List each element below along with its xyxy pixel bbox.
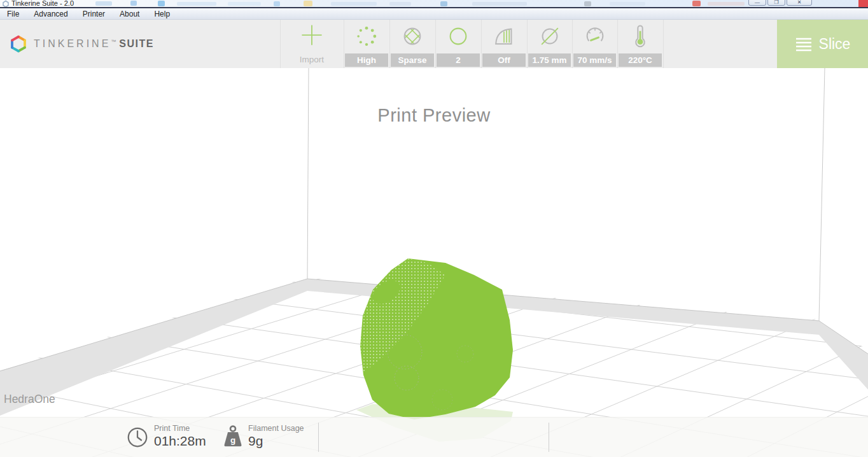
background-browser-artifact: [158, 1, 165, 6]
print-time-block: Print Time 01h:28m: [154, 424, 206, 449]
toolbar-separator: [663, 20, 664, 68]
print-time-value: 01h:28m: [154, 433, 206, 449]
menu-help[interactable]: Help: [152, 10, 172, 18]
filament-weight-icon: g: [221, 425, 245, 450]
statusbar-divider: [318, 423, 319, 452]
print-preview-viewport[interactable]: Print Preview HedraOne Print Time 01h:28…: [0, 68, 868, 457]
filament-diameter-value[interactable]: 1.75 mm: [528, 53, 571, 67]
setting-shells[interactable]: 2: [435, 20, 481, 68]
temperature-value[interactable]: 220°C: [619, 53, 662, 67]
crosshatch-circle-icon: [398, 22, 426, 50]
filament-usage-block: Filament Usage 9g: [248, 424, 304, 449]
background-browser-artifact: [95, 1, 112, 6]
background-browser-artifact: [228, 2, 261, 6]
close-button[interactable]: ✕: [787, 0, 812, 6]
toolbar: TINKERINE™ SUITE Import: [0, 20, 868, 68]
setting-support[interactable]: Off: [481, 20, 527, 68]
brand-text-primary: TINKERINE: [34, 38, 111, 50]
window-titlebar: Tinkerine Suite - 2.0 — ❐ ✕: [0, 0, 868, 7]
import-button[interactable]: Import: [280, 20, 344, 68]
setting-filament-diameter[interactable]: 1.75 mm: [527, 20, 572, 68]
dotted-circle-icon: [353, 22, 381, 50]
diameter-icon: [536, 22, 564, 50]
menu-bar: File Advanced Printer About Help: [0, 7, 868, 20]
background-browser-artifact: [584, 1, 591, 6]
background-browser-artifact: [331, 2, 377, 6]
background-browser-artifact: [692, 1, 701, 6]
brand-trademark: ™: [111, 39, 116, 45]
setting-infill[interactable]: Sparse: [389, 20, 435, 68]
app-window-icon: [2, 0, 10, 7]
build-volume-edge: [307, 68, 309, 279]
background-window-artifact: [858, 0, 868, 7]
background-browser-artifact: [708, 2, 745, 6]
shells-value[interactable]: 2: [437, 53, 480, 67]
layer-quality-value[interactable]: High: [345, 53, 388, 67]
background-browser-artifact: [304, 1, 312, 6]
menu-printer[interactable]: Printer: [81, 10, 107, 18]
background-browser-artifact: [274, 1, 280, 6]
background-browser-artifact: [440, 1, 447, 6]
background-browser-artifact: [472, 2, 527, 6]
menu-about[interactable]: About: [118, 10, 141, 18]
brand-text-secondary: SUITE: [119, 38, 154, 50]
model-hedraone[interactable]: [356, 258, 513, 442]
setting-temperature[interactable]: 220°C: [617, 20, 663, 68]
brand-logo: TINKERINE™ SUITE: [9, 20, 154, 68]
slice-button[interactable]: Slice: [777, 20, 868, 68]
support-value[interactable]: Off: [482, 53, 526, 67]
minimize-button[interactable]: —: [748, 0, 766, 6]
window-title: Tinkerine Suite - 2.0: [11, 0, 74, 7]
infill-value[interactable]: Sparse: [391, 53, 434, 67]
statusbar-divider: [549, 423, 549, 452]
import-label: Import: [280, 55, 344, 64]
background-browser-artifact: [177, 2, 216, 6]
import-plus-icon: [298, 22, 326, 50]
thermometer-icon: [626, 22, 654, 50]
circle-icon: [444, 22, 472, 50]
status-bar: Print Time 01h:28m g Filament Usage 9g: [0, 417, 868, 457]
setting-print-speed[interactable]: 70 mm/s: [572, 20, 617, 68]
slice-label: Slice: [819, 36, 851, 53]
background-browser-artifact: [130, 1, 137, 6]
speedometer-icon: [581, 22, 609, 50]
print-speed-value[interactable]: 70 mm/s: [573, 53, 616, 67]
scene-svg: [0, 68, 868, 457]
svg-text:g: g: [230, 436, 235, 446]
support-ramp-icon: [490, 22, 518, 50]
slice-layers-icon: [795, 36, 813, 52]
menu-file[interactable]: File: [5, 10, 21, 18]
tinkerine-suite-window: Tinkerine Suite - 2.0 — ❐ ✕ File Advance…: [0, 0, 868, 457]
menu-advanced[interactable]: Advanced: [32, 10, 69, 18]
model-name-label: HedraOne: [4, 393, 55, 406]
filament-usage-label: Filament Usage: [248, 424, 304, 433]
print-time-clock-icon: [126, 426, 149, 449]
setting-layer-quality[interactable]: High: [344, 20, 389, 68]
filament-usage-value: 9g: [248, 433, 304, 449]
preview-heading: Print Preview: [0, 105, 868, 126]
maximize-button[interactable]: ❐: [767, 0, 785, 6]
background-browser-artifact: [610, 2, 645, 6]
background-browser-artifact: [389, 2, 411, 6]
print-time-label: Print Time: [154, 424, 206, 433]
tinkerine-logo-icon: [9, 34, 28, 54]
